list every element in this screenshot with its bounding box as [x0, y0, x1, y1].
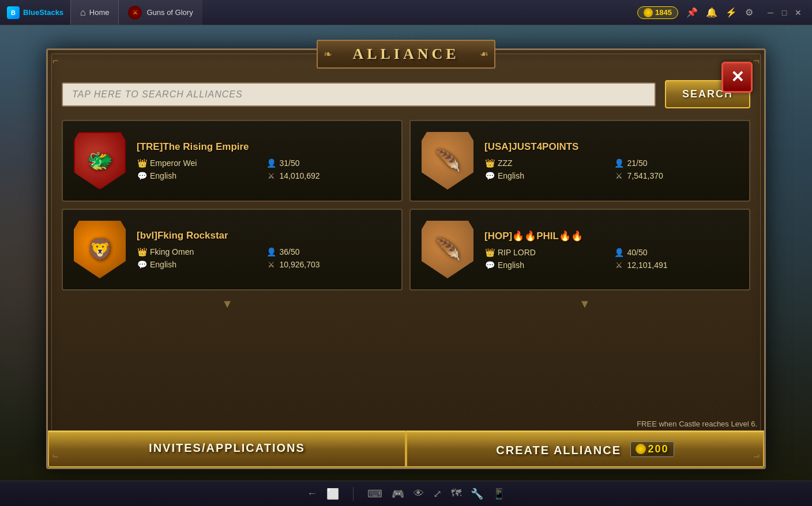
- settings-icon[interactable]: ⚙: [745, 7, 753, 18]
- search-placeholder: TAP HERE TO SEARCH ALLIANCES: [72, 89, 243, 99]
- invites-applications-button[interactable]: INVITES/APPLICATIONS: [48, 431, 406, 468]
- stat-members-3: 👤 36/50: [266, 247, 394, 256]
- emblem-4: 🪶: [419, 218, 476, 281]
- stat-leader-value-1: Emperor Wei: [150, 158, 197, 168]
- modal-body: TAP HERE TO SEARCH ALLIANCES SEARCH 🐲 [T…: [48, 69, 764, 328]
- people-icon-4: 👤: [614, 248, 625, 257]
- game-tab-label: Guns of Glory: [146, 8, 193, 17]
- search-row: TAP HERE TO SEARCH ALLIANCES SEARCH: [62, 80, 750, 108]
- stat-leader-value-4: RIP LORD: [498, 248, 536, 257]
- swords-icon-3: ⚔: [266, 260, 277, 269]
- stat-members-4: 👤 40/50: [614, 248, 742, 257]
- alliance-info-2: [USA]JUST4POINTS 👑 ZZZ 👤 21/50: [484, 141, 741, 180]
- corner-decoration-bl: ⌐: [52, 449, 66, 463]
- stat-leader-2: 👑 ZZZ: [484, 158, 612, 168]
- stat-language-4: 💬 English: [484, 260, 612, 270]
- close-window-button[interactable]: ✕: [794, 8, 803, 17]
- emblem-red-1: 🐲: [74, 132, 126, 190]
- crown-icon-4: 👑: [484, 248, 495, 257]
- back-icon[interactable]: ←: [307, 488, 317, 500]
- stat-language-value-3: English: [150, 260, 176, 269]
- modal-title: ALLIANCE: [352, 46, 459, 62]
- stat-language-2: 💬 English: [484, 171, 612, 180]
- stat-members-2: 👤 21/50: [614, 158, 742, 168]
- emblem-icon-4: 🪶: [435, 237, 461, 262]
- alliance-stats-1: 👑 Emperor Wei 👤 31/50 💬 English: [137, 158, 393, 180]
- chat-icon-1: 💬: [137, 171, 147, 180]
- maximize-button[interactable]: □: [780, 8, 789, 17]
- taskbar: ← ⬜ ⌨ 🎮 👁 ⤢ 🗺 🔧 📱: [0, 481, 812, 506]
- game-tab[interactable]: ⚔ Guns of Glory: [119, 0, 202, 25]
- emblem-icon-3: 🦁: [87, 237, 113, 262]
- stat-power-value-1: 14,010,692: [280, 171, 320, 180]
- taskbar-divider-1: [353, 487, 354, 501]
- map-icon[interactable]: 🗺: [451, 488, 461, 500]
- emblem-icon-1: 🐲: [87, 149, 113, 173]
- alliance-card-1[interactable]: 🐲 [TRE]The Rising Empire 👑 Emperor Wei 👤: [62, 120, 403, 202]
- gamepad-icon[interactable]: 🎮: [392, 488, 404, 500]
- stat-power-4: ⚔ 12,101,491: [614, 260, 742, 270]
- people-icon-2: 👤: [614, 158, 625, 168]
- stat-language-3: 💬 English: [137, 260, 264, 269]
- home-tab[interactable]: ⌂ Home: [70, 0, 119, 25]
- alliance-name-4: [HOP]🔥🔥PHIL🔥🔥: [484, 230, 741, 242]
- stat-power-2: ⚔ 7,541,370: [614, 171, 742, 180]
- scroll-down-left[interactable]: ▼: [221, 297, 233, 311]
- invites-label: INVITES/APPLICATIONS: [149, 441, 305, 454]
- home-icon: ⌂: [80, 7, 86, 18]
- home-taskbar-icon[interactable]: ⬜: [326, 488, 339, 500]
- keyboard-icon[interactable]: ⌨: [367, 488, 382, 500]
- create-label: CREATE ALLIANCE 200: [496, 444, 674, 456]
- close-button[interactable]: ✕: [721, 62, 753, 93]
- stat-members-1: 👤 31/50: [266, 158, 394, 168]
- expand-icon[interactable]: ⤢: [433, 488, 442, 500]
- pin-icon[interactable]: 📌: [686, 7, 698, 18]
- alliance-stats-3: 👑 Fking Omen 👤 36/50 💬 English: [137, 247, 393, 269]
- bluestacks-brand: BlueStacks: [23, 8, 63, 17]
- alliance-info-4: [HOP]🔥🔥PHIL🔥🔥 👑 RIP LORD 👤 40/50: [484, 230, 741, 270]
- eye-icon[interactable]: 👁: [413, 488, 424, 500]
- tool-icon[interactable]: 🔧: [471, 488, 483, 500]
- free-note: FREE when Castle reaches Level 6.: [637, 420, 757, 428]
- alliance-info-1: [TRE]The Rising Empire 👑 Emperor Wei 👤 3…: [137, 141, 393, 180]
- people-icon-3: 👤: [266, 247, 277, 256]
- swords-icon-1: ⚔: [266, 171, 277, 180]
- swords-icon-4: ⚔: [614, 260, 625, 270]
- bluestacks-logo[interactable]: B BlueStacks: [0, 6, 70, 19]
- stat-language-value-2: English: [498, 171, 524, 180]
- emblem-3: 🦁: [71, 218, 129, 281]
- alliance-name-1: [TRE]The Rising Empire: [137, 141, 393, 153]
- stat-members-value-3: 36/50: [280, 247, 300, 256]
- modal-title-banner: ALLIANCE: [48, 40, 764, 69]
- alliance-stats-4: 👑 RIP LORD 👤 40/50 💬 English: [484, 248, 741, 270]
- chat-icon-3: 💬: [137, 260, 147, 269]
- window-controls: ─ □ ✕: [766, 8, 803, 17]
- lightning-icon[interactable]: ⚡: [725, 7, 737, 18]
- stat-language-1: 💬 English: [137, 171, 264, 180]
- home-tab-label: Home: [89, 8, 110, 17]
- alliance-card-2[interactable]: 🪶 [USA]JUST4POINTS 👑 ZZZ 👤 2: [409, 120, 750, 202]
- alliance-card-3[interactable]: 🦁 [bvl]Fking Rockstar 👑 Fking Omen 👤: [62, 209, 403, 290]
- phone-icon[interactable]: 📱: [493, 488, 505, 500]
- search-input[interactable]: TAP HERE TO SEARCH ALLIANCES: [62, 82, 656, 107]
- close-icon: ✕: [731, 69, 744, 85]
- minimize-button[interactable]: ─: [766, 8, 775, 17]
- emblem-2: 🪶: [419, 129, 476, 192]
- nav-group-left: ← ⬜: [307, 488, 339, 500]
- alliance-card-4[interactable]: 🪶 [HOP]🔥🔥PHIL🔥🔥 👑 RIP LORD 👤: [409, 209, 750, 290]
- create-cost-value: 200: [648, 443, 669, 455]
- stat-members-value-2: 21/50: [627, 158, 648, 168]
- modal-title-bg: ALLIANCE: [317, 40, 495, 69]
- scroll-indicators: ▼ ▼: [62, 297, 750, 311]
- alliance-name-2: [USA]JUST4POINTS: [484, 141, 741, 153]
- alliance-info-3: [bvl]Fking Rockstar 👑 Fking Omen 👤 36/50: [137, 230, 393, 269]
- crown-icon-3: 👑: [137, 247, 147, 256]
- swords-icon-2: ⚔: [614, 171, 625, 180]
- stat-members-value-1: 31/50: [280, 158, 300, 168]
- stat-leader-1: 👑 Emperor Wei: [137, 158, 264, 168]
- create-alliance-button[interactable]: CREATE ALLIANCE 200: [406, 431, 764, 468]
- notification-icon[interactable]: 🔔: [706, 7, 717, 18]
- gold-coin-icon: [636, 444, 646, 454]
- chat-icon-2: 💬: [484, 171, 495, 180]
- scroll-down-right[interactable]: ▼: [579, 297, 591, 311]
